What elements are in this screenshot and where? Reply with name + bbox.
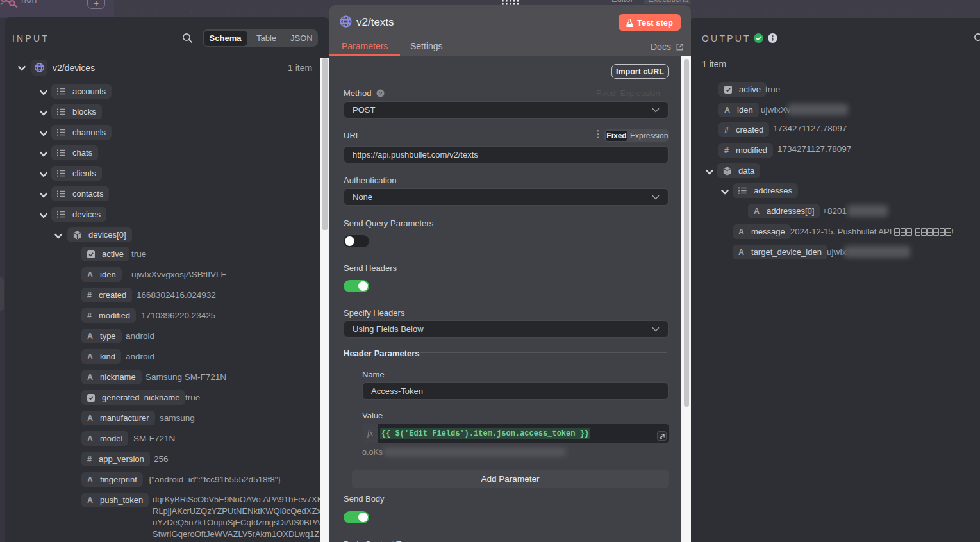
svg-text:?: ?: [379, 90, 383, 97]
